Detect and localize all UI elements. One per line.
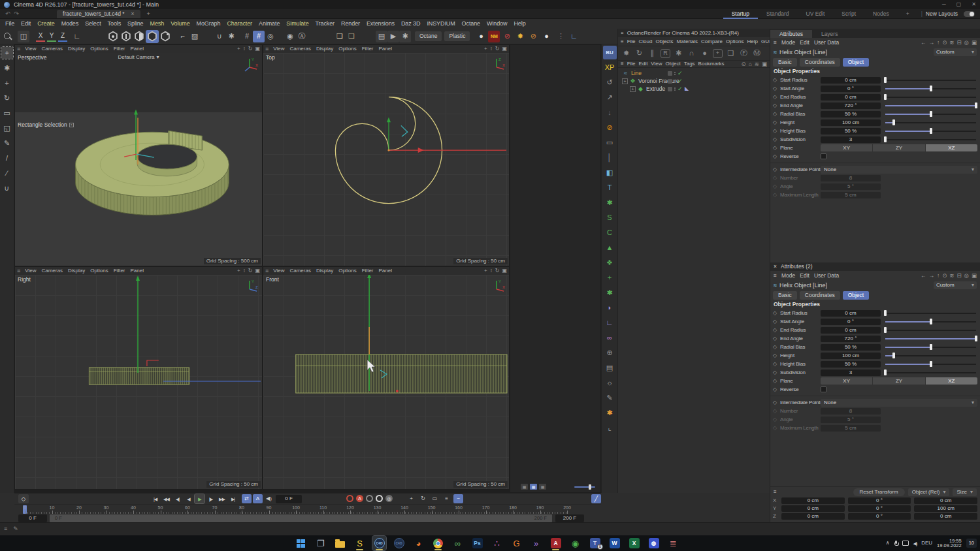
viewport-front[interactable]: ≡ViewCamerasDisplayOptionsFilterPanel+↕↻… xyxy=(263,266,510,490)
viewport-menu-display[interactable]: Display xyxy=(65,46,88,52)
add-tab-icon[interactable]: + xyxy=(147,11,150,17)
asterisk-icon[interactable]: ✱ xyxy=(603,406,617,420)
layout-tab-uv-edit[interactable]: UV Edit xyxy=(798,9,834,19)
coordinate-mode-dropdown[interactable]: Object (Rel)▾ xyxy=(908,488,950,496)
minimize-button[interactable]: ─ xyxy=(942,2,946,7)
maximize-icon[interactable]: ▣ xyxy=(502,46,507,52)
cinema4d-app[interactable]: C4D xyxy=(372,536,386,550)
g-shield-app[interactable]: G xyxy=(510,536,523,550)
property-slider[interactable] xyxy=(885,102,977,108)
property-slider[interactable] xyxy=(885,310,977,316)
scale-tool-icon[interactable]: ▭ xyxy=(1,107,13,119)
reverse-checkbox[interactable] xyxy=(821,386,826,392)
cube-white-icon[interactable]: ❏ xyxy=(334,31,346,42)
key-diamond-icon[interactable]: ◇ xyxy=(773,387,780,392)
panel-menu-icon[interactable]: ≡ xyxy=(17,268,20,274)
scale-field[interactable]: 0 cm xyxy=(914,497,977,504)
viewport-menu-options[interactable]: Options xyxy=(336,46,359,52)
slider-knob[interactable] xyxy=(930,361,932,367)
rotation-field[interactable]: 0 ° xyxy=(848,505,911,512)
panel-menu-icon[interactable]: ≡ xyxy=(621,39,624,44)
x-axis-lock[interactable]: X xyxy=(36,31,45,42)
record-scale-toggle[interactable]: ▭ xyxy=(430,494,440,503)
octane-settings-icon[interactable]: ✱ xyxy=(674,50,683,57)
record-objects-button[interactable] xyxy=(376,495,383,502)
key-diamond-icon[interactable]: ◇ xyxy=(773,353,780,358)
key-diamond-icon[interactable]: ◇ xyxy=(773,379,780,384)
zoom-icon[interactable]: ↕ xyxy=(243,268,246,274)
size-dropdown[interactable]: Size▾ xyxy=(953,488,977,496)
render-picture-icon[interactable]: ▶ xyxy=(387,31,399,42)
clock[interactable]: 19:55 19.09.2022 xyxy=(937,539,962,548)
filter-icon[interactable]: ≋ xyxy=(755,61,759,67)
preset-dropdown[interactable]: Custom▾ xyxy=(934,281,977,289)
grid-quantize-active-icon[interactable]: # xyxy=(253,31,265,42)
maximize-icon[interactable]: ▣ xyxy=(255,268,260,274)
viewport-perspective[interactable]: ≡ViewCamerasDisplayOptionsFilterPanel+↕↻… xyxy=(14,44,263,266)
key-diamond-icon[interactable]: ◇ xyxy=(773,146,780,151)
key-diamond-icon[interactable]: ◇ xyxy=(773,311,780,316)
swirl-app[interactable]: ∞ xyxy=(451,536,465,550)
document-tab[interactable]: fracture_towers_tut.c4d * × xyxy=(57,10,140,18)
viewport-menu-cameras[interactable]: Cameras xyxy=(287,268,313,274)
coordinate-system-icon[interactable]: ∟ xyxy=(71,31,83,42)
preview-range-bar[interactable]: 0 F 200 F xyxy=(50,514,552,522)
undo-icon[interactable]: ↶ xyxy=(5,11,10,17)
tab-attributes[interactable]: Attributes xyxy=(770,30,812,39)
object-row[interactable]: ≈Line✓ xyxy=(618,69,770,77)
material-sphere-icon[interactable]: ● xyxy=(475,31,487,42)
polygon-selection-tag-icon[interactable]: ◣ xyxy=(685,86,689,91)
home-icon[interactable]: ⌂ xyxy=(749,61,752,67)
next-key-button[interactable]: ▶▶ xyxy=(217,494,227,503)
layer-toggle[interactable] xyxy=(668,87,672,91)
xlo-icon[interactable]: ⌞ xyxy=(603,421,617,435)
up-arrow-icon[interactable]: ↑ xyxy=(937,40,939,46)
autokey-range-toggle[interactable]: A xyxy=(253,494,263,503)
snap-settings-icon[interactable]: ✱ xyxy=(225,31,237,42)
language-indicator[interactable]: DEU xyxy=(921,541,932,546)
timeline-curve-button[interactable]: ╱ xyxy=(591,494,601,503)
projector-icon[interactable]: ▤ xyxy=(603,361,617,375)
property-slider[interactable] xyxy=(885,111,977,117)
octane-lock-icon[interactable]: ∩ xyxy=(687,50,696,57)
discord-app[interactable]: ◍ xyxy=(647,536,661,550)
axis-locate-icon[interactable]: ∟ xyxy=(568,31,580,42)
stripes-app[interactable]: ≣ xyxy=(666,536,680,550)
octane-menu-options[interactable]: Options xyxy=(726,39,744,44)
attr-menu-user-data[interactable]: User Data xyxy=(814,40,839,46)
lock-icon[interactable]: ⊟ xyxy=(956,273,961,279)
record-parameter-toggle[interactable]: ≡ xyxy=(442,494,451,503)
rotation-field[interactable]: 0 ° xyxy=(848,513,911,520)
layout-tab-standard[interactable]: Standard xyxy=(758,9,798,19)
sublime-app[interactable]: S xyxy=(353,536,367,550)
goto-start-button[interactable]: |◀ xyxy=(150,494,160,503)
axis-modify-icon[interactable]: Ⓐ xyxy=(296,31,308,42)
key-diamond-icon[interactable]: ◇ xyxy=(773,328,780,333)
triangle-icon[interactable]: ▲ xyxy=(603,241,617,255)
firefox-app[interactable]: ◕ xyxy=(412,536,425,550)
rectangle-icon[interactable]: ▭ xyxy=(603,136,617,150)
tab-object[interactable]: Object xyxy=(843,291,870,300)
back-arrow-icon[interactable]: ← xyxy=(921,40,926,46)
viewport-menu-display[interactable]: Display xyxy=(65,268,88,274)
property-value-field[interactable]: 0 cm xyxy=(821,327,881,334)
position-field[interactable]: 0 cm xyxy=(781,513,845,520)
display-icon[interactable] xyxy=(902,541,909,546)
attr-menu-mode[interactable]: Mode xyxy=(781,40,795,46)
slider-knob[interactable] xyxy=(930,344,932,350)
up-arrow-icon[interactable]: ↑ xyxy=(937,273,939,279)
plane-option-zy[interactable]: ZY xyxy=(873,144,924,151)
teams-app[interactable]: T8 xyxy=(588,536,602,550)
property-slider[interactable] xyxy=(885,94,977,100)
next-frame-button[interactable]: |▶ xyxy=(206,494,216,503)
edit-icon[interactable]: ✎ xyxy=(13,526,18,532)
start-button[interactable] xyxy=(294,536,308,550)
magnet-tool-icon[interactable]: ∪ xyxy=(1,182,13,194)
search-icon[interactable]: ⊙ xyxy=(942,273,947,279)
sound-toggle[interactable]: ◀) xyxy=(264,494,274,503)
octane-camera-f-icon[interactable]: Ⓕ xyxy=(739,50,749,57)
record-rotation-toggle[interactable]: ↻ xyxy=(418,494,428,503)
globe-icon[interactable]: ⊕ xyxy=(603,346,617,360)
workplane-icon[interactable]: ⌐ xyxy=(177,31,189,42)
keyframe-selection-button[interactable] xyxy=(366,495,373,502)
